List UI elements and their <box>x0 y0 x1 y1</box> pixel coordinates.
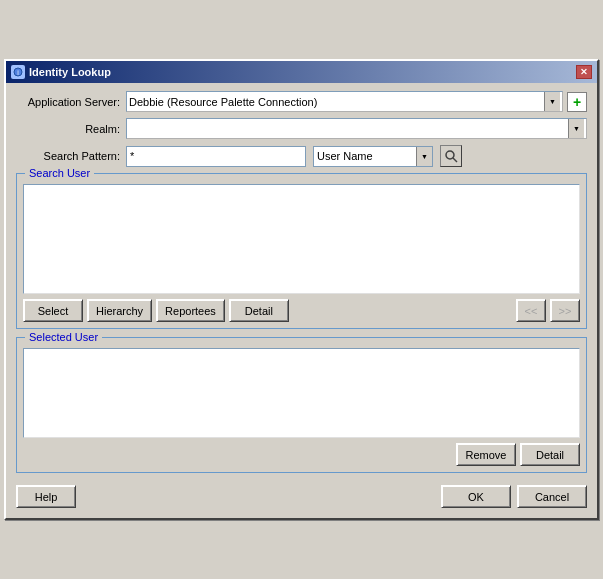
next-button[interactable]: >> <box>550 299 580 322</box>
window-title: Identity Lookup <box>29 66 111 78</box>
app-server-value: Debbie (Resource Palette Connection) <box>129 96 544 108</box>
search-user-section: Search User Select Hierarchy Reportees D… <box>16 173 587 329</box>
bottom-buttons: Help OK Cancel <box>16 481 587 510</box>
search-user-listbox[interactable] <box>23 184 580 294</box>
app-server-combo[interactable]: Debbie (Resource Palette Connection) <box>126 91 563 112</box>
search-user-buttons: Select Hierarchy Reportees Detail << >> <box>23 299 580 322</box>
app-server-label: Application Server: <box>16 96 126 108</box>
svg-point-2 <box>446 151 454 159</box>
title-bar: i Identity Lookup ✕ <box>6 61 597 83</box>
search-button[interactable] <box>440 145 462 167</box>
app-server-dropdown-arrow[interactable] <box>544 92 560 111</box>
search-type-value: User Name <box>314 150 416 162</box>
realm-field <box>126 118 587 139</box>
selected-user-listbox[interactable] <box>23 348 580 438</box>
window-icon: i <box>11 65 25 79</box>
title-bar-left: i Identity Lookup <box>11 65 111 79</box>
svg-line-3 <box>453 158 457 162</box>
search-type-dropdown-arrow[interactable] <box>416 147 432 166</box>
search-pattern-label: Search Pattern: <box>16 150 126 162</box>
content-area: Application Server: Debbie (Resource Pal… <box>6 83 597 518</box>
realm-label: Realm: <box>16 123 126 135</box>
selected-user-buttons: Remove Detail <box>23 443 580 466</box>
app-server-row: Application Server: Debbie (Resource Pal… <box>16 91 587 112</box>
identity-lookup-window: i Identity Lookup ✕ Application Server: … <box>4 59 599 520</box>
search-type-combo[interactable]: User Name <box>313 146 433 167</box>
search-pattern-row: Search Pattern: User Name <box>16 145 587 167</box>
selected-detail-button[interactable]: Detail <box>520 443 580 466</box>
select-button[interactable]: Select <box>23 299 83 322</box>
remove-button[interactable]: Remove <box>456 443 516 466</box>
selected-user-section: Selected User Remove Detail <box>16 337 587 473</box>
selected-user-label: Selected User <box>25 331 102 343</box>
bottom-right-buttons: OK Cancel <box>441 485 587 508</box>
realm-combo[interactable] <box>126 118 587 139</box>
search-pattern-input[interactable] <box>126 146 306 167</box>
hierarchy-button[interactable]: Hierarchy <box>87 299 152 322</box>
cancel-button[interactable]: Cancel <box>517 485 587 508</box>
close-button[interactable]: ✕ <box>576 65 592 79</box>
realm-dropdown-arrow[interactable] <box>568 119 584 138</box>
search-icon <box>444 149 458 163</box>
help-button[interactable]: Help <box>16 485 76 508</box>
add-server-button[interactable]: + <box>567 92 587 112</box>
detail-button[interactable]: Detail <box>229 299 289 322</box>
prev-button[interactable]: << <box>516 299 546 322</box>
search-pattern-field: User Name <box>126 145 587 167</box>
search-user-label: Search User <box>25 167 94 179</box>
ok-button[interactable]: OK <box>441 485 511 508</box>
reportees-button[interactable]: Reportees <box>156 299 225 322</box>
app-server-field: Debbie (Resource Palette Connection) + <box>126 91 587 112</box>
realm-row: Realm: <box>16 118 587 139</box>
